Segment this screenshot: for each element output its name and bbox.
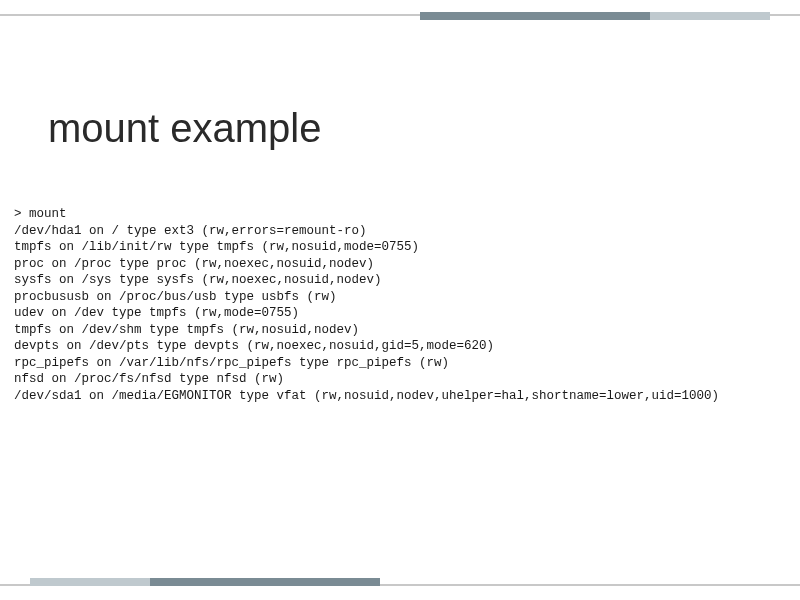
decorative-bar [150, 578, 380, 586]
mount-line: tmpfs on /lib/init/rw type tmpfs (rw,nos… [14, 239, 719, 256]
decorative-bar [420, 12, 650, 20]
decorative-line [0, 14, 420, 16]
mount-line: sysfs on /sys type sysfs (rw,noexec,nosu… [14, 272, 719, 289]
mount-line: devpts on /dev/pts type devpts (rw,noexe… [14, 338, 719, 355]
mount-line: rpc_pipefs on /var/lib/nfs/rpc_pipefs ty… [14, 355, 719, 372]
decorative-line [380, 584, 800, 586]
mount-line: tmpfs on /dev/shm type tmpfs (rw,nosuid,… [14, 322, 719, 339]
decorative-bar [650, 12, 770, 20]
decorative-line [0, 584, 30, 586]
slide-bottom-border [0, 576, 800, 586]
slide-title: mount example [48, 106, 321, 151]
mount-line: proc on /proc type proc (rw,noexec,nosui… [14, 256, 719, 273]
mount-line: udev on /dev type tmpfs (rw,mode=0755) [14, 305, 719, 322]
mount-line: procbususb on /proc/bus/usb type usbfs (… [14, 289, 719, 306]
slide-top-border [0, 14, 800, 24]
decorative-bar [30, 578, 150, 586]
decorative-line [770, 14, 800, 16]
mount-line: /dev/sda1 on /media/EGMONITOR type vfat … [14, 388, 719, 405]
mount-line: nfsd on /proc/fs/nfsd type nfsd (rw) [14, 371, 719, 388]
command-prompt: > mount [14, 206, 719, 223]
mount-output-block: > mount /dev/hda1 on / type ext3 (rw,err… [14, 206, 719, 404]
mount-line: /dev/hda1 on / type ext3 (rw,errors=remo… [14, 223, 719, 240]
